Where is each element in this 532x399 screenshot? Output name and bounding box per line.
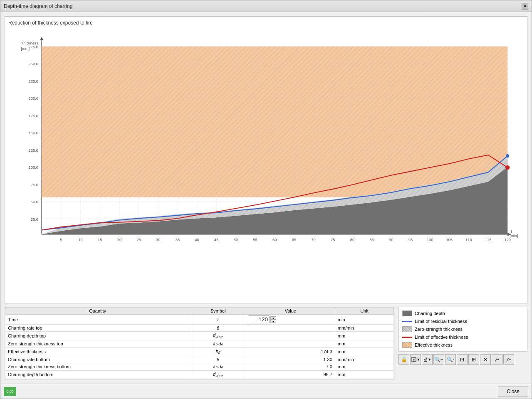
clear-zoom-button[interactable]: ✕ <box>480 354 491 365</box>
svg-text:100.0: 100.0 <box>29 165 38 170</box>
svg-text:90: 90 <box>389 238 393 242</box>
value-zero-strength-top <box>246 340 335 347</box>
svg-text:75.0: 75.0 <box>31 183 38 187</box>
svg-text:Thickness: Thickness <box>21 41 38 45</box>
svg-text:115: 115 <box>485 238 492 242</box>
svg-text:5: 5 <box>60 238 62 242</box>
legend-eff-thickness: Effective thickness <box>402 342 524 348</box>
zoom-rect-button[interactable]: ⊞ <box>468 354 479 365</box>
col-header-unit: Unit <box>335 308 393 315</box>
unit-zero-strength-top: mm <box>335 340 393 347</box>
table-row: Time t ▲ ▼ <box>5 315 394 325</box>
time-up-button[interactable]: ▲ <box>270 316 276 320</box>
svg-text:75: 75 <box>331 238 335 242</box>
time-down-button[interactable]: ▼ <box>270 320 276 323</box>
quantity-effective-thickness: Effective thickness <box>5 347 190 356</box>
chart-type2-button[interactable] <box>503 354 514 365</box>
svg-text:95: 95 <box>408 238 413 242</box>
main-window: Depth-time diagram of charring ✕ Reducti… <box>0 0 532 399</box>
svg-text:120: 120 <box>504 238 511 242</box>
bottom-bar: 0.00 Close <box>0 384 532 399</box>
svg-text:100: 100 <box>427 238 433 242</box>
svg-text:10: 10 <box>78 238 82 242</box>
col-header-value: Value <box>246 308 335 315</box>
quantity-zero-strength-top: Zero strength thickness top <box>5 340 190 347</box>
window-close-button[interactable]: ✕ <box>522 3 528 10</box>
legend-label-zero-strength: Zero-strength thickness <box>415 327 463 332</box>
svg-text:200.0: 200.0 <box>29 96 38 101</box>
status-value: 0.00 <box>6 389 14 394</box>
print-button[interactable]: 🖨 ▼ <box>422 354 433 365</box>
svg-text:t: t <box>511 229 512 234</box>
svg-text:150.0: 150.0 <box>29 131 38 135</box>
time-stepper[interactable]: ▲ ▼ <box>270 316 276 323</box>
svg-marker-91 <box>413 359 415 360</box>
legend-swatch-eff-thickness <box>402 342 412 348</box>
chart-svg: 275.0 250.0 225.0 200.0 175.0 150.0 125.… <box>8 27 524 260</box>
svg-text:250.0: 250.0 <box>29 62 38 66</box>
svg-text:70: 70 <box>311 238 315 242</box>
legend-label-effective: Limit of effective thickness <box>415 335 468 340</box>
symbol-charring-depth-top: dchar <box>190 332 246 340</box>
lock-button[interactable]: 🔒 <box>398 354 409 365</box>
quantity-time: Time <box>5 315 190 325</box>
toolbar: 🔒 ▼ 🖨 ▼ 🔍+ 🔍- ⊡ ⊞ ✕ <box>398 354 527 365</box>
data-table: Quantity Symbol Value Unit Time t <box>5 307 394 379</box>
symbol-charring-rate-top: β <box>190 325 246 332</box>
svg-text:65: 65 <box>292 238 296 242</box>
quantity-charring-rate-bottom: Charring rate bottom <box>5 356 190 363</box>
table-row: Charring depth top dchar mm <box>5 332 394 340</box>
svg-text:[min]: [min] <box>510 234 518 238</box>
chart-container: Reduction of thickness exposed to fire <box>5 16 527 303</box>
svg-text:85: 85 <box>369 238 374 242</box>
zoom-in-button[interactable]: 🔍+ <box>433 354 444 365</box>
quantity-table: Quantity Symbol Value Unit Time t <box>5 307 394 379</box>
legend: Charring depth Limit of residual thickne… <box>398 307 527 352</box>
symbol-zero-strength-bottom: k₀·d₀ <box>190 363 246 370</box>
svg-text:110: 110 <box>465 238 472 242</box>
fit-button[interactable]: ⊡ <box>457 354 468 365</box>
svg-text:50: 50 <box>234 238 238 242</box>
table-row: Charring depth bottom dchar 98.7 mm <box>5 370 394 379</box>
quantity-charring-depth-bottom: Charring depth bottom <box>5 370 190 379</box>
svg-text:15: 15 <box>98 238 102 242</box>
unit-effective-thickness: mm <box>335 347 393 356</box>
value-charring-depth-top <box>246 332 335 340</box>
quantity-zero-strength-bottom: Zero strength thickness bottom <box>5 363 190 370</box>
chart-type1-button[interactable] <box>492 354 502 365</box>
legend-label-eff-thickness: Effective thickness <box>415 342 453 347</box>
legend-swatch-residual <box>402 321 412 322</box>
close-button[interactable]: Close <box>498 387 528 397</box>
value-charring-rate-bottom: 1.30 <box>246 356 335 363</box>
title-bar: Depth-time diagram of charring ✕ <box>0 0 532 12</box>
zoom-out-button[interactable]: 🔍- <box>445 354 456 365</box>
legend-swatch-charring <box>402 310 412 316</box>
svg-marker-22 <box>40 37 43 40</box>
svg-text:35: 35 <box>176 238 180 242</box>
svg-text:25.0: 25.0 <box>31 217 38 222</box>
quantity-charring-rate-top: Charring rate top <box>5 325 190 332</box>
main-content: Reduction of thickness exposed to fire <box>0 12 532 384</box>
legend-residual: Limit of residual thickness <box>402 319 524 324</box>
svg-text:50.0: 50.0 <box>31 200 38 204</box>
value-zero-strength-bottom: 7.0 <box>246 363 335 370</box>
legend-swatch-zero-strength <box>402 326 412 332</box>
right-panel: Charring depth Limit of residual thickne… <box>398 307 527 365</box>
svg-text:25: 25 <box>136 238 141 242</box>
svg-text:80: 80 <box>350 238 354 242</box>
value-charring-depth-bottom: 98.7 <box>246 370 335 379</box>
unit-charring-depth-bottom: mm <box>335 370 393 379</box>
time-input[interactable] <box>249 315 270 323</box>
legend-charring-depth: Charring depth <box>402 310 524 316</box>
value-time: ▲ ▼ <box>246 315 335 325</box>
symbol-charring-depth-bottom: dchar <box>190 370 246 379</box>
export-button[interactable]: ▼ <box>410 354 421 365</box>
svg-text:20: 20 <box>117 238 121 242</box>
legend-swatch-effective <box>402 337 412 338</box>
unit-charring-depth-top: mm <box>335 332 393 340</box>
legend-zero-strength: Zero-strength thickness <box>402 326 524 332</box>
status-display: 0.00 <box>4 387 16 396</box>
svg-text:40: 40 <box>195 238 199 242</box>
table-row: Charring rate bottom β 1.30 mm/min <box>5 356 394 363</box>
svg-text:175.0: 175.0 <box>29 114 38 118</box>
